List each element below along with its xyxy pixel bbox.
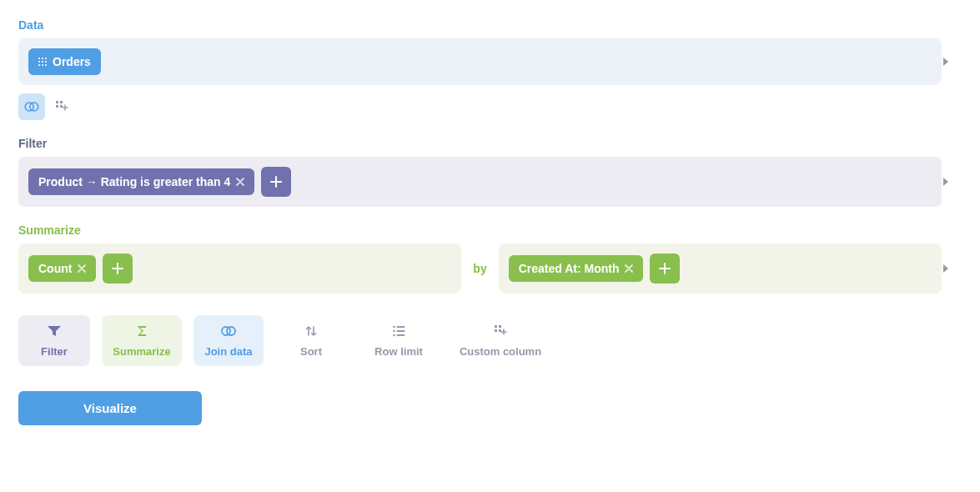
aggregation-pill[interactable]: Count [28,255,96,282]
visualize-button[interactable]: Visualize [18,391,202,425]
data-source-label: Orders [53,55,91,68]
list-icon [392,324,405,339]
join-icon-button[interactable] [18,93,45,120]
close-icon [236,178,244,186]
plus-icon [270,176,282,188]
plus-icon [112,263,123,274]
data-section-label: Data [18,18,962,32]
add-filter-button[interactable] [261,167,291,197]
expand-filter-arrow[interactable] [942,178,962,186]
svg-rect-4 [56,105,58,108]
svg-point-10 [393,330,395,333]
actions-row: Filter Summarize Join data Sort [18,315,962,366]
expand-data-arrow[interactable] [942,58,962,66]
action-join-button[interactable]: Join data [193,315,264,366]
close-icon [78,264,86,273]
filter-row: Product → Rating is greater than 4 [18,157,962,207]
grid-plus-icon [494,324,507,339]
svg-rect-2 [56,101,58,103]
breakout-panel: Created At: Month [499,243,942,294]
expand-summarize-arrow[interactable] [942,264,962,273]
svg-rect-9 [397,326,405,328]
action-rowlimit-label: Row limit [374,345,423,358]
sigma-icon [135,324,148,339]
action-summarize-label: Summarize [113,345,170,358]
action-sort-button[interactable]: Sort [275,315,347,366]
svg-point-12 [393,334,395,337]
remove-aggregation-icon[interactable] [78,264,86,273]
data-icon-row [18,93,962,120]
filter-section: Filter Product → Rating is greater than … [18,137,962,207]
grid-plus-icon [55,100,68,113]
filter-section-label: Filter [18,137,962,150]
add-aggregation-button[interactable] [103,254,133,284]
svg-rect-3 [60,101,63,103]
sort-icon [304,324,318,339]
aggregation-pill-label: Count [38,262,72,275]
svg-rect-13 [397,334,405,336]
custom-column-icon-button[interactable] [53,98,70,115]
filter-pill-label: Product → Rating is greater than 4 [38,175,230,188]
action-filter-label: Filter [41,345,68,358]
svg-point-7 [227,327,235,335]
data-section: Data Orders [18,18,962,120]
chevron-right-icon [942,178,950,186]
chevron-right-icon [942,58,950,66]
venn-icon [24,101,39,113]
svg-rect-16 [495,329,497,332]
grip-icon [38,58,47,66]
data-panel: Orders [18,38,942,85]
visualize-label: Visualize [83,401,137,415]
action-customcol-label: Custom column [460,345,541,358]
filter-pill[interactable]: Product → Rating is greater than 4 [28,168,254,195]
summarize-section: Summarize Count by Created At: Month [18,223,962,294]
action-summarize-button[interactable]: Summarize [102,315,182,366]
action-filter-button[interactable]: Filter [18,315,90,366]
by-label: by [473,262,486,275]
summarize-row-outer: Count by Created At: Month [18,243,962,294]
action-rowlimit-button[interactable]: Row limit [359,315,439,366]
svg-rect-14 [495,325,497,328]
svg-point-8 [393,326,395,329]
summarize-section-label: Summarize [18,223,962,237]
filter-icon [47,324,62,339]
summarize-row: Count by Created At: Month [18,243,942,294]
add-breakout-button[interactable] [650,254,680,284]
breakout-pill-label: Created At: Month [519,262,620,275]
venn-icon [220,324,237,339]
action-customcol-button[interactable]: Custom column [450,315,550,366]
aggregation-panel: Count [18,243,461,294]
data-row: Orders [18,38,962,85]
breakout-pill[interactable]: Created At: Month [509,255,644,282]
remove-breakout-icon[interactable] [625,264,633,273]
data-source-pill[interactable]: Orders [28,48,101,75]
action-join-label: Join data [204,345,252,358]
filter-panel: Product → Rating is greater than 4 [18,157,942,207]
close-icon [625,264,633,273]
plus-icon [659,263,671,274]
remove-filter-icon[interactable] [236,178,244,186]
svg-rect-15 [499,325,501,328]
action-sort-label: Sort [300,345,322,358]
svg-rect-11 [397,330,405,332]
chevron-right-icon [942,264,950,273]
